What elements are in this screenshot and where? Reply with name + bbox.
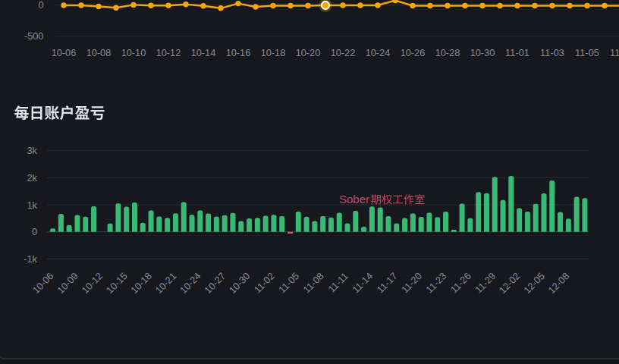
svg-text:10-18: 10-18: [261, 47, 286, 58]
svg-text:10-26: 10-26: [401, 47, 426, 58]
svg-text:0: 0: [32, 226, 37, 237]
svg-text:10-10: 10-10: [121, 47, 146, 58]
svg-text:10-14: 10-14: [191, 47, 216, 58]
svg-text:10-08: 10-08: [86, 47, 112, 58]
svg-text:Sober: Sober: [339, 193, 369, 206]
svg-text:10-12: 10-12: [156, 47, 181, 58]
svg-text:10-28: 10-28: [435, 47, 460, 58]
svg-text:10-30: 10-30: [470, 47, 495, 58]
svg-text:11-01: 11-01: [505, 47, 529, 58]
svg-text:-1k: -1k: [24, 253, 37, 265]
svg-text:-500: -500: [24, 30, 44, 42]
svg-text:0: 0: [38, 0, 43, 11]
svg-text:11-03: 11-03: [540, 47, 564, 58]
svg-text:1k: 1k: [27, 199, 37, 211]
svg-text:10-24: 10-24: [366, 47, 391, 58]
svg-text:10-06: 10-06: [52, 47, 77, 58]
svg-text:10-22: 10-22: [331, 47, 356, 58]
svg-text:2k: 2k: [27, 172, 37, 184]
svg-text:10-16: 10-16: [226, 47, 251, 58]
svg-text:11-05: 11-05: [575, 47, 599, 58]
svg-text:11-07: 11-07: [610, 47, 619, 58]
svg-text:3k: 3k: [27, 145, 37, 156]
svg-text:10-20: 10-20: [296, 47, 321, 58]
